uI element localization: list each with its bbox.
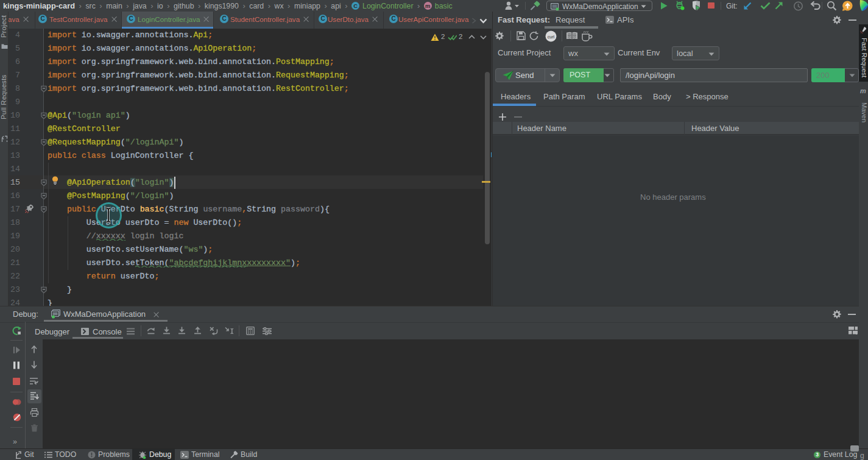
svg-text:curl: curl <box>548 35 555 39</box>
